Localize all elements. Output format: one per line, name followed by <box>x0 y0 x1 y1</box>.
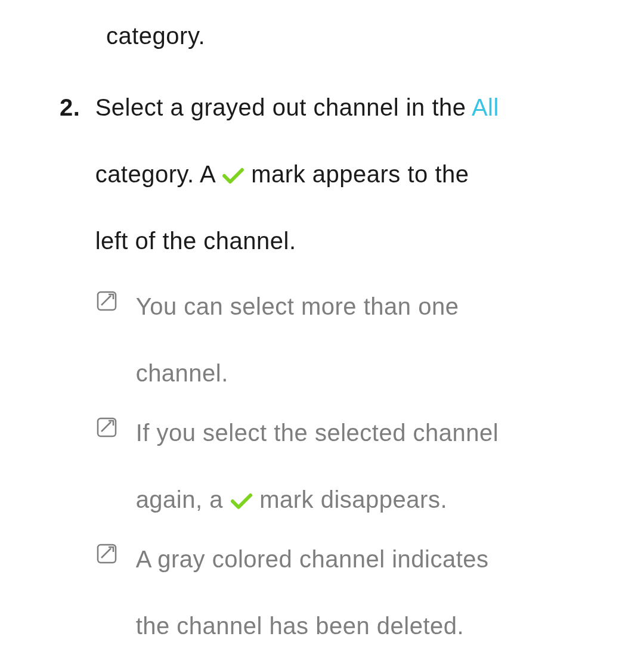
note-icon <box>97 288 119 311</box>
step2-text-part2: category. A <box>95 161 222 187</box>
note2-line2a: again, a <box>136 486 230 513</box>
note-1: You can select more than one channel. <box>97 288 620 391</box>
note3-line1: A gray colored channel indicates <box>136 541 603 577</box>
fragment-text: category. <box>106 18 205 54</box>
step2-text-part4: left of the channel. <box>95 228 296 254</box>
note2-line2b: mark disappears. <box>253 486 447 513</box>
check-icon <box>222 167 244 185</box>
step-number: 2. <box>60 89 88 125</box>
note-icon <box>97 415 119 437</box>
step2-text-part1: Select a grayed out channel in the <box>95 94 472 120</box>
check-icon <box>230 492 253 510</box>
highlight-all: All <box>472 94 499 120</box>
note3-line2: the channel has been deleted. <box>136 608 603 644</box>
note2-line1: If you select the selected channel <box>136 415 603 451</box>
note1-line2: channel. <box>136 355 603 391</box>
step2-text-part3: mark appears to the <box>244 161 469 187</box>
svg-line-5 <box>101 548 111 558</box>
note-icon <box>97 541 119 564</box>
svg-line-1 <box>101 296 111 305</box>
svg-line-3 <box>101 422 111 432</box>
note1-line1: You can select more than one <box>136 288 603 324</box>
note-3: A gray colored channel indicates the cha… <box>97 541 620 644</box>
note-2: If you select the selected channel again… <box>97 415 620 517</box>
step-2: 2. Select a grayed out channel in the Al… <box>60 89 620 259</box>
